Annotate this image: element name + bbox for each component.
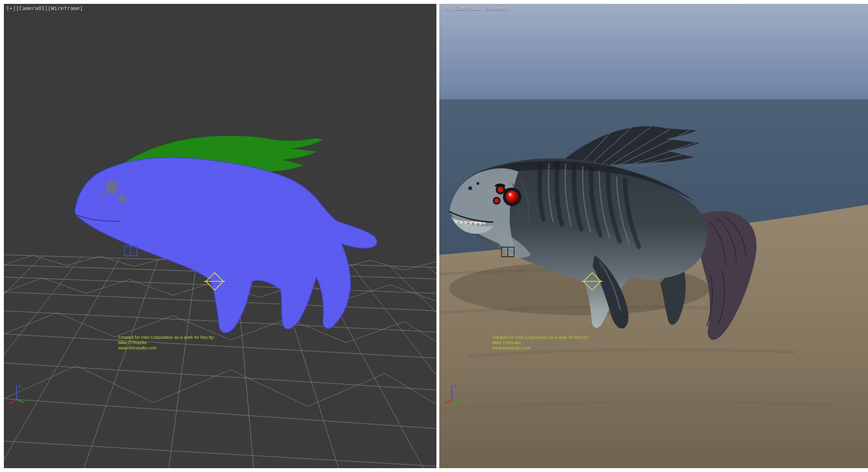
helper-box[interactable] <box>124 246 137 256</box>
nostril-1 <box>468 186 472 190</box>
viewport-menu-camera[interactable]: [Camera01] <box>451 5 483 12</box>
sky <box>439 4 868 99</box>
screenshot-root: { "viewports": { "left": { "label_plus":… <box>0 0 868 472</box>
watermark-line2: Mike O'Rourke <box>118 340 215 346</box>
watermark-line2: Mike O'Rourke <box>492 340 589 346</box>
watermark-line3: www.fritzstudio.com <box>118 346 215 351</box>
fish-body-texture <box>75 157 377 333</box>
axis-y-line <box>16 400 24 403</box>
wireframe-canvas <box>4 4 436 468</box>
shaded-canvas <box>439 4 868 468</box>
watermark-left: Created for Intel Corporation as a work … <box>118 335 215 351</box>
viewport-menu-general[interactable]: [+] <box>442 5 451 12</box>
axis-z-label: z <box>18 383 21 389</box>
eye-2 <box>498 187 503 193</box>
watermark-line3: www.fritzstudio.com <box>492 346 589 351</box>
world-axis-tripod-right: z <box>442 380 465 405</box>
viewport-menu-shading[interactable]: [Shaded] <box>483 5 509 12</box>
eye-main-highlight <box>509 193 512 196</box>
fish-eye-small <box>118 194 126 203</box>
eye-3 <box>494 198 499 203</box>
axis-x-line <box>445 400 452 403</box>
fish-spot <box>100 193 105 197</box>
axis-z-label: z <box>454 383 457 389</box>
fish-model-wireframe[interactable] <box>75 136 377 333</box>
viewport-label-left: [+][Camera01][Wireframe] <box>6 5 83 12</box>
viewport-menu-shading[interactable]: [Wireframe] <box>48 5 83 12</box>
axis-y-line <box>452 400 460 403</box>
nostril-2 <box>476 182 479 185</box>
viewport-label-right: [+][Camera01][Shaded] <box>442 5 509 12</box>
fish-eye-large <box>106 181 118 194</box>
watermark-line1: Created for Intel Corporation as a work … <box>118 335 215 340</box>
watermark-line1: Created for Intel Corporation as a work … <box>492 335 589 340</box>
viewport-shaded[interactable]: [+][Camera01][Shaded] Created for Intel … <box>439 4 868 468</box>
axis-x-line <box>10 400 16 403</box>
world-axis-tripod-left: z <box>7 380 30 405</box>
viewport-menu-general[interactable]: [+] <box>6 5 16 12</box>
watermark-right: Created for Intel Corporation as a work … <box>492 335 589 351</box>
viewport-menu-camera[interactable]: [Camera01] <box>16 5 48 12</box>
viewport-wireframe[interactable]: [+][Camera01][Wireframe] Created for Int… <box>4 4 436 468</box>
eye-main <box>506 191 518 203</box>
